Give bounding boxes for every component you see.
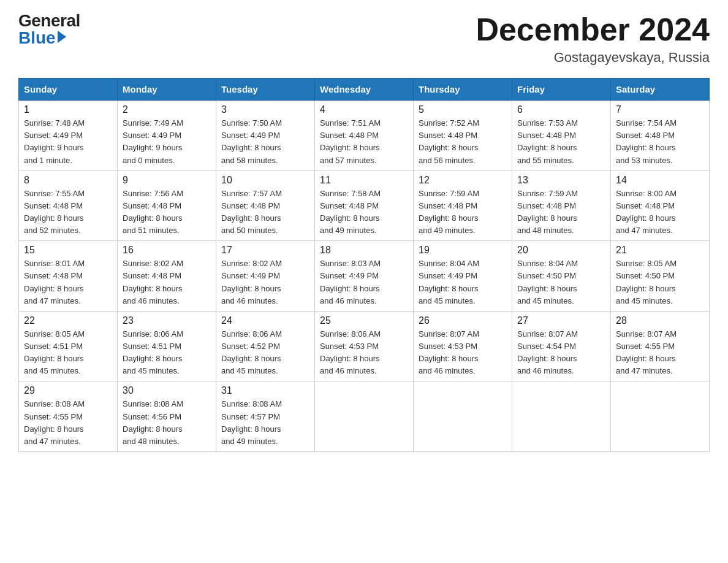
- day-info: Sunrise: 7:57 AMSunset: 4:48 PMDaylight:…: [221, 188, 309, 237]
- header-saturday: Saturday: [611, 79, 710, 101]
- day-info: Sunrise: 8:07 AMSunset: 4:54 PMDaylight:…: [517, 328, 605, 378]
- calendar-week-row: 22Sunrise: 8:05 AMSunset: 4:51 PMDayligh…: [19, 311, 710, 381]
- header-wednesday: Wednesday: [315, 79, 414, 101]
- calendar-cell: 24Sunrise: 8:06 AMSunset: 4:52 PMDayligh…: [216, 311, 315, 381]
- day-info: Sunrise: 8:05 AMSunset: 4:51 PMDaylight:…: [24, 328, 112, 378]
- day-info: Sunrise: 8:02 AMSunset: 4:49 PMDaylight:…: [221, 258, 309, 307]
- day-number: 21: [616, 245, 704, 256]
- calendar-cell: 1Sunrise: 7:48 AMSunset: 4:49 PMDaylight…: [19, 101, 118, 171]
- title-block: December 2024 Gostagayevskaya, Russia: [476, 12, 710, 66]
- day-info: Sunrise: 8:03 AMSunset: 4:49 PMDaylight:…: [320, 258, 408, 307]
- day-info: Sunrise: 7:50 AMSunset: 4:49 PMDaylight:…: [221, 117, 309, 167]
- calendar-table: SundayMondayTuesdayWednesdayThursdayFrid…: [18, 78, 710, 452]
- calendar-cell: 18Sunrise: 8:03 AMSunset: 4:49 PMDayligh…: [315, 241, 414, 312]
- calendar-cell: 5Sunrise: 7:52 AMSunset: 4:48 PMDaylight…: [414, 101, 512, 171]
- day-number: 29: [24, 385, 112, 396]
- day-number: 15: [24, 245, 112, 256]
- calendar-cell: 25Sunrise: 8:06 AMSunset: 4:53 PMDayligh…: [315, 311, 414, 381]
- day-number: 12: [419, 175, 507, 186]
- day-number: 20: [517, 245, 605, 256]
- day-number: 19: [419, 245, 507, 256]
- calendar-cell: 20Sunrise: 8:04 AMSunset: 4:50 PMDayligh…: [512, 241, 611, 312]
- calendar-cell: 27Sunrise: 8:07 AMSunset: 4:54 PMDayligh…: [512, 311, 611, 381]
- day-number: 31: [221, 385, 309, 396]
- day-info: Sunrise: 7:49 AMSunset: 4:49 PMDaylight:…: [123, 117, 211, 167]
- location-text: Gostagayevskaya, Russia: [476, 50, 710, 66]
- calendar-cell: 30Sunrise: 8:08 AMSunset: 4:56 PMDayligh…: [118, 381, 216, 452]
- day-info: Sunrise: 7:53 AMSunset: 4:48 PMDaylight:…: [517, 117, 605, 167]
- calendar-cell: 10Sunrise: 7:57 AMSunset: 4:48 PMDayligh…: [216, 170, 315, 241]
- calendar-cell: [414, 381, 512, 452]
- day-info: Sunrise: 7:59 AMSunset: 4:48 PMDaylight:…: [517, 188, 605, 237]
- day-info: Sunrise: 7:55 AMSunset: 4:48 PMDaylight:…: [24, 188, 112, 237]
- calendar-cell: 14Sunrise: 8:00 AMSunset: 4:48 PMDayligh…: [611, 170, 710, 241]
- day-info: Sunrise: 7:51 AMSunset: 4:48 PMDaylight:…: [320, 117, 408, 167]
- calendar-cell: 9Sunrise: 7:56 AMSunset: 4:48 PMDaylight…: [118, 170, 216, 241]
- day-number: 4: [320, 104, 408, 115]
- day-info: Sunrise: 7:58 AMSunset: 4:48 PMDaylight:…: [320, 188, 408, 237]
- calendar-week-row: 1Sunrise: 7:48 AMSunset: 4:49 PMDaylight…: [19, 101, 710, 171]
- calendar-cell: [512, 381, 611, 452]
- day-number: 27: [517, 315, 605, 326]
- day-number: 2: [123, 104, 211, 115]
- day-info: Sunrise: 8:06 AMSunset: 4:52 PMDaylight:…: [221, 328, 309, 378]
- day-info: Sunrise: 8:04 AMSunset: 4:50 PMDaylight:…: [517, 258, 605, 307]
- calendar-cell: 6Sunrise: 7:53 AMSunset: 4:48 PMDaylight…: [512, 101, 611, 171]
- calendar-cell: 8Sunrise: 7:55 AMSunset: 4:48 PMDaylight…: [19, 170, 118, 241]
- day-number: 9: [123, 175, 211, 186]
- day-number: 26: [419, 315, 507, 326]
- header-tuesday: Tuesday: [216, 79, 315, 101]
- calendar-cell: [611, 381, 710, 452]
- header-thursday: Thursday: [414, 79, 512, 101]
- month-title: December 2024: [476, 12, 710, 47]
- day-info: Sunrise: 7:56 AMSunset: 4:48 PMDaylight:…: [123, 188, 211, 237]
- calendar-cell: 2Sunrise: 7:49 AMSunset: 4:49 PMDaylight…: [118, 101, 216, 171]
- calendar-cell: 22Sunrise: 8:05 AMSunset: 4:51 PMDayligh…: [19, 311, 118, 381]
- day-number: 6: [517, 104, 605, 115]
- calendar-cell: 29Sunrise: 8:08 AMSunset: 4:55 PMDayligh…: [19, 381, 118, 452]
- calendar-cell: 21Sunrise: 8:05 AMSunset: 4:50 PMDayligh…: [611, 241, 710, 312]
- calendar-cell: 3Sunrise: 7:50 AMSunset: 4:49 PMDaylight…: [216, 101, 315, 171]
- day-number: 18: [320, 245, 408, 256]
- day-info: Sunrise: 8:04 AMSunset: 4:49 PMDaylight:…: [419, 258, 507, 307]
- day-number: 1: [24, 104, 112, 115]
- calendar-cell: 23Sunrise: 8:06 AMSunset: 4:51 PMDayligh…: [118, 311, 216, 381]
- calendar-week-row: 15Sunrise: 8:01 AMSunset: 4:48 PMDayligh…: [19, 241, 710, 312]
- day-number: 23: [123, 315, 211, 326]
- day-info: Sunrise: 7:52 AMSunset: 4:48 PMDaylight:…: [419, 117, 507, 167]
- day-number: 30: [123, 385, 211, 396]
- day-number: 17: [221, 245, 309, 256]
- day-number: 24: [221, 315, 309, 326]
- day-number: 28: [616, 315, 704, 326]
- header-monday: Monday: [118, 79, 216, 101]
- day-info: Sunrise: 8:07 AMSunset: 4:53 PMDaylight:…: [419, 328, 507, 378]
- day-number: 13: [517, 175, 605, 186]
- day-info: Sunrise: 7:54 AMSunset: 4:48 PMDaylight:…: [616, 117, 704, 167]
- calendar-cell: 17Sunrise: 8:02 AMSunset: 4:49 PMDayligh…: [216, 241, 315, 312]
- calendar-cell: 28Sunrise: 8:07 AMSunset: 4:55 PMDayligh…: [611, 311, 710, 381]
- calendar-cell: 12Sunrise: 7:59 AMSunset: 4:48 PMDayligh…: [414, 170, 512, 241]
- day-number: 3: [221, 104, 309, 115]
- calendar-week-row: 8Sunrise: 7:55 AMSunset: 4:48 PMDaylight…: [19, 170, 710, 241]
- day-info: Sunrise: 8:05 AMSunset: 4:50 PMDaylight:…: [616, 258, 704, 307]
- logo-general-text: General: [18, 11, 80, 30]
- day-number: 11: [320, 175, 408, 186]
- day-info: Sunrise: 8:08 AMSunset: 4:57 PMDaylight:…: [221, 398, 309, 448]
- calendar-cell: 4Sunrise: 7:51 AMSunset: 4:48 PMDaylight…: [315, 101, 414, 171]
- calendar-header-row: SundayMondayTuesdayWednesdayThursdayFrid…: [19, 79, 710, 101]
- calendar-cell: 11Sunrise: 7:58 AMSunset: 4:48 PMDayligh…: [315, 170, 414, 241]
- page-header: General Blue December 2024 Gostagayevska…: [18, 12, 710, 66]
- day-info: Sunrise: 7:48 AMSunset: 4:49 PMDaylight:…: [24, 117, 112, 167]
- day-info: Sunrise: 8:06 AMSunset: 4:51 PMDaylight:…: [123, 328, 211, 378]
- day-info: Sunrise: 8:06 AMSunset: 4:53 PMDaylight:…: [320, 328, 408, 378]
- calendar-cell: 7Sunrise: 7:54 AMSunset: 4:48 PMDaylight…: [611, 101, 710, 171]
- day-number: 25: [320, 315, 408, 326]
- calendar-cell: 26Sunrise: 8:07 AMSunset: 4:53 PMDayligh…: [414, 311, 512, 381]
- logo: General Blue: [18, 12, 80, 47]
- day-number: 5: [419, 104, 507, 115]
- calendar-cell: [315, 381, 414, 452]
- day-info: Sunrise: 7:59 AMSunset: 4:48 PMDaylight:…: [419, 188, 507, 237]
- header-sunday: Sunday: [19, 79, 118, 101]
- calendar-cell: 19Sunrise: 8:04 AMSunset: 4:49 PMDayligh…: [414, 241, 512, 312]
- day-number: 22: [24, 315, 112, 326]
